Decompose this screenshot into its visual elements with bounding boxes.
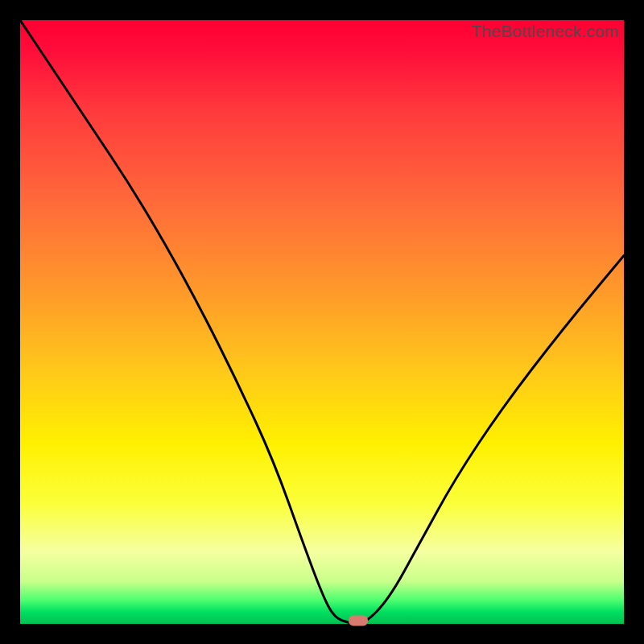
watermark-label: TheBottleneck.com — [472, 22, 619, 41]
plot-area: TheBottleneck.com — [20, 20, 624, 624]
optimal-point-marker — [349, 616, 368, 626]
bottleneck-curve — [20, 20, 624, 624]
chart-frame: TheBottleneck.com — [0, 0, 644, 644]
